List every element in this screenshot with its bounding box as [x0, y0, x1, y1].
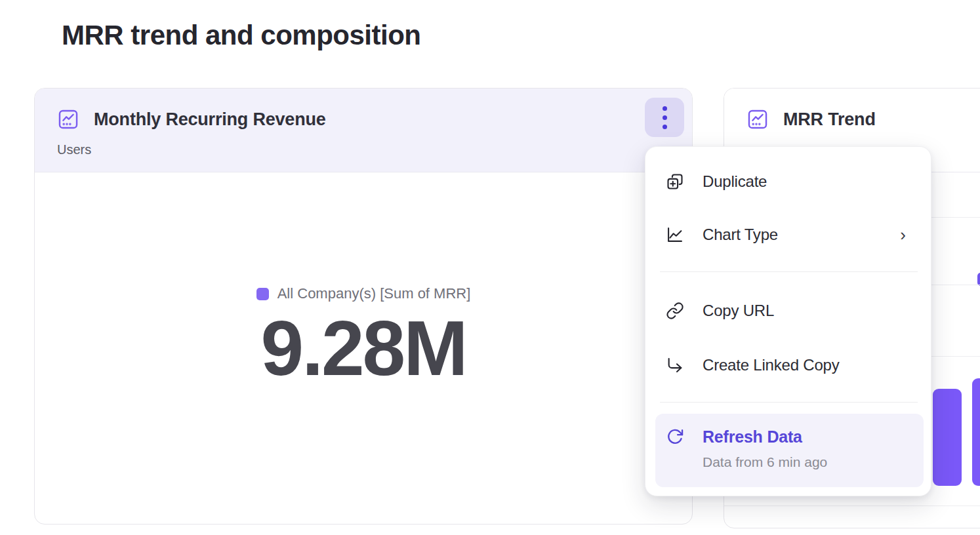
kpi-value: 9.28M — [261, 306, 466, 391]
chart-icon — [57, 108, 79, 130]
card-context-menu: Duplicate Chart Type › Copy URL — [645, 146, 931, 496]
kebab-dot — [663, 125, 667, 129]
kpi-body: All Company(s) [Sum of MRR] 9.28M — [35, 172, 692, 525]
menu-item-label: Create Linked Copy — [703, 356, 840, 374]
menu-item-label: Duplicate — [703, 172, 767, 191]
menu-item-chart-type[interactable]: Chart Type › — [645, 216, 931, 253]
chevron-right-icon: › — [900, 225, 906, 245]
menu-item-label: Chart Type — [703, 226, 778, 244]
card-subtitle: Users — [57, 142, 91, 157]
menu-divider — [660, 271, 918, 272]
kpi-legend: All Company(s) [Sum of MRR] — [256, 285, 471, 302]
kebab-dot — [663, 106, 667, 111]
card-title: MRR Trend — [783, 109, 876, 130]
chart-type-icon — [665, 225, 685, 245]
card-title: Monthly Recurring Revenue — [94, 109, 326, 130]
refresh-icon — [665, 427, 685, 446]
menu-item-duplicate[interactable]: Duplicate — [645, 163, 931, 200]
menu-item-create-linked-copy[interactable]: Create Linked Copy — [645, 347, 931, 384]
legend-swatch — [256, 288, 269, 300]
menu-item-label: Copy URL — [703, 302, 774, 320]
refresh-timestamp: Data from 6 min ago — [703, 454, 827, 470]
legend-swatch — [977, 273, 980, 286]
menu-divider — [660, 402, 918, 403]
card-kebab-menu-button[interactable] — [645, 98, 684, 137]
chart-icon — [746, 108, 769, 130]
gridline — [724, 505, 980, 506]
trend-bar — [933, 389, 962, 486]
link-icon — [665, 301, 685, 321]
menu-item-label: Refresh Data — [703, 427, 802, 446]
menu-item-refresh-data[interactable]: Refresh Data Data from 6 min ago — [655, 414, 924, 487]
page-title: MRR trend and composition — [62, 20, 421, 51]
dashboard-page: MRR trend and composition Monthly Recurr… — [0, 0, 980, 535]
duplicate-icon — [665, 172, 685, 191]
kebab-dot — [663, 115, 667, 120]
mrr-kpi-card-header: Monthly Recurring Revenue Users — [35, 89, 692, 172]
trend-bar — [972, 378, 980, 486]
menu-item-copy-url[interactable]: Copy URL — [645, 292, 931, 329]
legend-label: All Company(s) [Sum of MRR] — [277, 285, 471, 302]
corner-down-right-icon — [665, 355, 685, 375]
mrr-kpi-card: Monthly Recurring Revenue Users All Comp… — [34, 88, 693, 525]
